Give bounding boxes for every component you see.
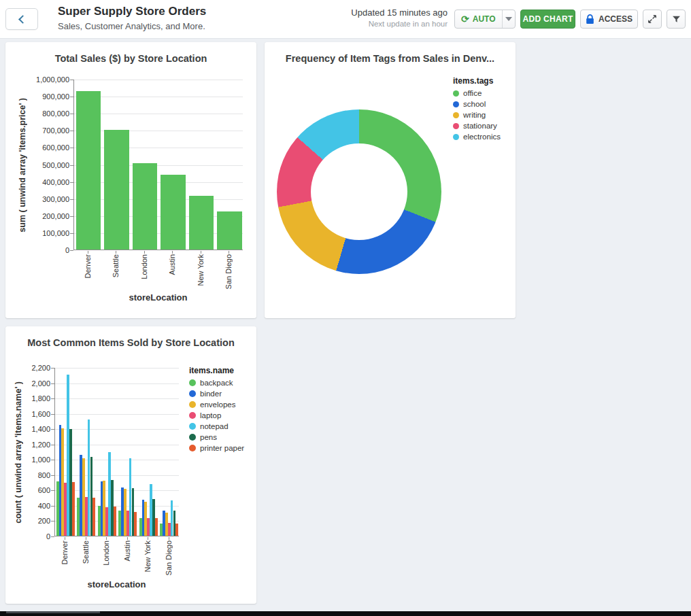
gridline — [55, 445, 179, 445]
y-tick-label: 200,000 — [7, 212, 69, 220]
x-tick-mark — [86, 537, 86, 540]
y-tick-mark — [51, 383, 54, 384]
auto-refresh-button[interactable]: ⟳ AUTO — [455, 10, 502, 28]
y-tick-label: 2,200 — [0, 364, 50, 372]
legend: items.name backpackbinderenvelopeslaptop… — [189, 366, 244, 455]
dashboard-header: Super Supply Store Orders Sales, Custome… — [0, 0, 691, 39]
y-tick-mark — [51, 460, 54, 460]
legend-item-stationary: stationary — [453, 122, 501, 130]
x-tick-label-text: London — [140, 254, 148, 279]
x-tick-mark — [169, 537, 169, 540]
add-chart-button[interactable]: ADD CHART — [520, 10, 575, 29]
x-tick-mark — [229, 251, 229, 254]
x-tick-mark — [88, 251, 88, 254]
x-tick-label-text: San Diego — [165, 541, 173, 575]
gridline — [55, 398, 179, 399]
y-tick-mark — [51, 536, 54, 537]
x-tick-label: London — [130, 254, 158, 292]
add-chart-label: ADD CHART — [522, 14, 573, 24]
y-tick-mark — [70, 97, 73, 97]
expand-icon — [647, 14, 657, 24]
grouped-bar-chart-plot-area — [54, 368, 179, 536]
x-tick-label: Austin — [158, 254, 187, 292]
legend-dot — [189, 445, 196, 451]
gridline — [55, 429, 179, 430]
y-tick-label: 400 — [0, 502, 50, 510]
x-tick-label: New York — [137, 541, 158, 579]
legend-item-backpack: backpack — [189, 379, 244, 387]
y-tick-mark — [70, 114, 73, 114]
y-tick-label: 700,000 — [7, 126, 69, 135]
legend-item-laptop: laptop — [189, 411, 244, 420]
legend-item-binder: binder — [189, 390, 244, 398]
y-tick-label: 800,000 — [7, 109, 69, 118]
y-tick-mark — [70, 216, 73, 217]
legend-item-envelopes: envelopes — [189, 400, 244, 409]
legend-label: printer paper — [200, 444, 244, 452]
chart-card-total-sales[interactable]: Total Sales ($) by Store Location sum ( … — [5, 42, 256, 318]
y-tick-label: 1,600 — [0, 410, 50, 418]
x-tick-mark — [144, 251, 145, 254]
lock-icon — [586, 14, 594, 24]
legend-dot — [453, 123, 459, 129]
access-button[interactable]: ACCESS — [580, 10, 638, 29]
y-tick-mark — [51, 414, 54, 415]
x-axis-title: storeLocation — [54, 579, 179, 589]
x-tick-label-text: Denver — [84, 254, 92, 278]
y-tick-label: 1,200 — [0, 441, 50, 449]
legend-item-electronics: electronics — [453, 133, 501, 141]
y-tick-mark — [51, 521, 54, 521]
gridline — [55, 414, 179, 415]
y-axis-title: count ( unwind array 'items.name' ) — [11, 368, 26, 536]
x-tick-mark — [106, 537, 107, 540]
y-tick-mark — [51, 445, 54, 445]
legend-label: school — [463, 100, 486, 108]
x-tick-label: Seattle — [75, 541, 97, 579]
back-button[interactable] — [5, 8, 38, 30]
x-tick-mark — [116, 251, 116, 254]
bar-Austin — [161, 175, 186, 250]
filter-button[interactable] — [667, 10, 686, 29]
y-tick-mark — [70, 233, 73, 234]
auto-refresh-dropdown-button[interactable] — [502, 10, 515, 28]
fullscreen-button[interactable] — [643, 10, 662, 29]
next-update-text: Next update in an hour — [351, 20, 448, 28]
y-tick-label: 1,000 — [0, 456, 50, 464]
y-tick-label: 2,000 — [0, 379, 50, 388]
legend-label: binder — [200, 390, 222, 398]
x-tick-mark — [65, 537, 65, 540]
y-tick-mark — [51, 398, 54, 399]
legend-item-writing: writing — [453, 111, 501, 119]
y-tick-label: 0 — [7, 246, 69, 254]
y-tick-mark — [70, 148, 73, 148]
x-tick-mark — [201, 251, 201, 254]
x-axis-title: storeLocation — [73, 292, 243, 303]
bar-printer paper — [155, 518, 158, 536]
legend: items.tags officeschoolwritingstationary… — [453, 76, 501, 143]
y-tick-mark — [70, 250, 73, 251]
x-tick-label: Denver — [73, 254, 102, 292]
y-tick-mark — [51, 490, 54, 491]
page-subtitle: Sales, Customer Analytics, and More. — [58, 21, 205, 31]
legend-title: items.name — [189, 366, 244, 375]
refresh-icon: ⟳ — [461, 14, 469, 24]
chart-card-common-items[interactable]: Most Common Items Sold by Store Location… — [5, 326, 256, 604]
chart-card-item-tags[interactable]: Frequency of Item Tags from Sales in Den… — [265, 42, 516, 318]
x-tick-label: London — [96, 541, 117, 579]
legend-item-pens: pens — [189, 433, 244, 441]
y-tick-mark — [51, 506, 54, 507]
legend-item-office: office — [453, 89, 501, 97]
gridline — [55, 368, 179, 369]
y-tick-label: 1,400 — [0, 425, 50, 433]
y-tick-label: 1,800 — [0, 394, 50, 403]
legend-dot — [189, 401, 196, 408]
update-status: Updated 15 minutes ago Next update in an… — [351, 7, 448, 28]
bar-Seattle — [104, 130, 129, 250]
chevron-left-icon — [18, 15, 27, 24]
y-tick-label: 300,000 — [7, 195, 69, 203]
bar-printer paper — [92, 498, 95, 536]
bar-printer paper — [72, 482, 75, 536]
x-tick-label-text: Seattle — [82, 541, 90, 564]
y-tick-label: 100,000 — [7, 229, 69, 237]
y-tick-mark — [70, 182, 73, 183]
